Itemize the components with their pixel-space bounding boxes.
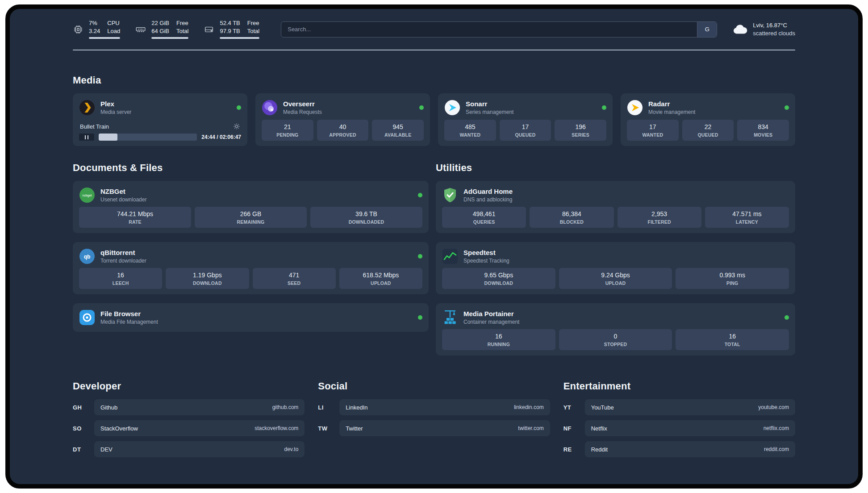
app-card-overseerr[interactable]: Overseerr Media Requests 21 PENDING 40 A…: [255, 93, 430, 146]
cpu-load-value: 3.24: [89, 28, 100, 34]
playback-time: 24:44 / 02:06:47: [201, 134, 241, 140]
weather-condition: scattered clouds: [753, 30, 795, 37]
link-item-github[interactable]: Github github.com: [94, 399, 305, 415]
section-title-media: Media: [73, 75, 795, 86]
stat-tile: 485 WANTED: [444, 120, 496, 141]
dashboard-page: 7% 3.24 CPU Load: [0, 0, 868, 493]
app-card-qbittorrent[interactable]: qb qBittorrent Torrent downloader 16: [73, 242, 429, 294]
github-icon: GH: [73, 404, 94, 411]
app-name: qBittorrent: [100, 249, 146, 256]
disk-free-value: 52.4 TB: [220, 20, 240, 26]
ram-free-value: 22 GiB: [151, 20, 169, 26]
link-item-netflix[interactable]: Netflix netflix.com: [585, 420, 795, 436]
cpu-icon: [73, 24, 83, 35]
filebrowser-icon: [79, 309, 95, 326]
pause-icon: [85, 135, 88, 139]
speedtest-icon: [442, 248, 458, 264]
app-card-nzbget[interactable]: nzbget NZBGet Usenet downloader 744.21 M…: [73, 181, 429, 233]
stat-tile: 39.6 TB DOWNLOADED: [310, 207, 422, 228]
app-name: Media Portainer: [463, 310, 519, 318]
ram-icon: [135, 24, 146, 35]
ram-free-label: Free: [176, 20, 188, 26]
cpu-meter: [89, 37, 120, 39]
status-indicator: [602, 105, 606, 110]
status-indicator: [785, 105, 789, 110]
link-item-stackoverflow[interactable]: StackOverflow stackoverflow.com: [94, 420, 305, 436]
stat-tile: 16 TOTAL: [676, 329, 789, 350]
section-title-developer: Developer: [73, 380, 305, 392]
stat-tile: 9.24 Gbps UPLOAD: [559, 268, 672, 289]
app-subtitle: Torrent downloader: [100, 258, 146, 264]
plex-now-playing: Bullet Train 24:44 / 02:06:47: [79, 122, 241, 142]
app-card-portainer[interactable]: Media Portainer Container management 16 …: [436, 303, 795, 355]
link-row: YT YouTube youtube.com: [563, 399, 795, 415]
qbittorrent-icon: qb: [79, 248, 95, 264]
app-subtitle: Media server: [100, 109, 131, 115]
app-card-radarr[interactable]: Radarr Movie management 17 WANTED 22 QUE…: [621, 93, 795, 146]
dashboard-frame: 7% 3.24 CPU Load: [5, 4, 863, 489]
link-item-reddit[interactable]: Reddit reddit.com: [585, 441, 795, 457]
app-card-speedtest[interactable]: Speedtest Speedtest Tracking 9.65 Gbps D…: [436, 242, 795, 294]
stat-tile: 21 PENDING: [262, 120, 313, 141]
header-bar: 7% 3.24 CPU Load: [73, 20, 795, 39]
status-indicator: [237, 105, 241, 110]
section-title-utilities: Utilities: [436, 162, 795, 174]
app-subtitle: Usenet downloader: [100, 196, 146, 203]
search-engine-button[interactable]: G: [697, 22, 717, 37]
app-subtitle: Media File Management: [100, 319, 158, 325]
link-row: TW Twitter twitter.com: [318, 420, 550, 436]
dev-icon: DT: [73, 446, 94, 453]
app-name: Overseerr: [283, 100, 322, 108]
app-card-sonarr[interactable]: Sonarr Series management 485 WANTED 17 Q…: [438, 93, 613, 146]
link-row: LI LinkedIn linkedin.com: [318, 399, 550, 415]
svg-text:qb: qb: [84, 254, 91, 260]
cpu-usage-value: 7%: [89, 20, 100, 26]
twitter-icon: TW: [318, 425, 339, 432]
app-card-plex[interactable]: Plex Media server Bullet Train: [73, 93, 247, 146]
playback-seek-bar[interactable]: [99, 134, 197, 141]
linkedin-icon: LI: [318, 404, 339, 411]
app-subtitle: Movie management: [648, 109, 695, 115]
link-item-dev[interactable]: DEV dev.to: [94, 441, 305, 457]
app-name: Speedtest: [463, 249, 509, 256]
cloud-icon: [732, 24, 747, 35]
pause-button[interactable]: [79, 134, 94, 141]
section-title-social: Social: [318, 380, 550, 392]
header-divider: [73, 50, 795, 50]
app-name: Radarr: [648, 100, 695, 108]
link-row: RE Reddit reddit.com: [563, 441, 795, 457]
netflix-icon: NF: [563, 425, 585, 432]
disk-meter: [220, 37, 259, 39]
stat-tile: 1.19 Gbps DOWNLOAD: [166, 268, 249, 289]
portainer-icon: [442, 309, 458, 326]
disk-total-label: Total: [247, 28, 259, 34]
utilities-column: AdGuard Home DNS and adblocking 498,461 …: [436, 181, 795, 355]
stat-tile: 834 MOVIES: [737, 120, 789, 141]
nzbget-icon: nzbget: [79, 187, 95, 203]
radarr-icon: [627, 100, 643, 116]
section-title-documents: Documents & Files: [73, 162, 429, 174]
stat-tile: 9.65 Gbps DOWNLOAD: [442, 268, 555, 289]
link-item-linkedin[interactable]: LinkedIn linkedin.com: [339, 399, 550, 415]
app-card-filebrowser[interactable]: File Browser Media File Management: [73, 303, 429, 332]
status-indicator: [785, 315, 789, 320]
stat-tile: 22 QUEUED: [682, 120, 734, 141]
stat-tile: 618.52 Mbps UPLOAD: [339, 268, 422, 289]
youtube-icon: YT: [563, 404, 585, 411]
links-column-entertainment: Entertainment YT YouTube youtube.com NF …: [563, 380, 795, 462]
ram-total-label: Total: [176, 28, 188, 34]
disk-total-value: 97.9 TB: [220, 28, 240, 34]
app-card-adguard[interactable]: AdGuard Home DNS and adblocking 498,461 …: [436, 181, 795, 233]
app-subtitle: Media Requests: [283, 109, 322, 115]
stat-tile: 0 STOPPED: [559, 329, 672, 350]
search-input[interactable]: [281, 22, 697, 37]
status-indicator: [418, 254, 422, 259]
sonarr-icon: [444, 100, 460, 116]
stat-tile: 945 AVAILABLE: [372, 120, 424, 141]
gear-icon[interactable]: [233, 123, 240, 130]
svg-text:nzbget: nzbget: [82, 194, 92, 197]
stat-tile: 40 APPROVED: [317, 120, 369, 141]
stat-tile: 471 SEED: [253, 268, 336, 289]
link-item-twitter[interactable]: Twitter twitter.com: [339, 420, 550, 436]
link-item-youtube[interactable]: YouTube youtube.com: [585, 399, 795, 415]
